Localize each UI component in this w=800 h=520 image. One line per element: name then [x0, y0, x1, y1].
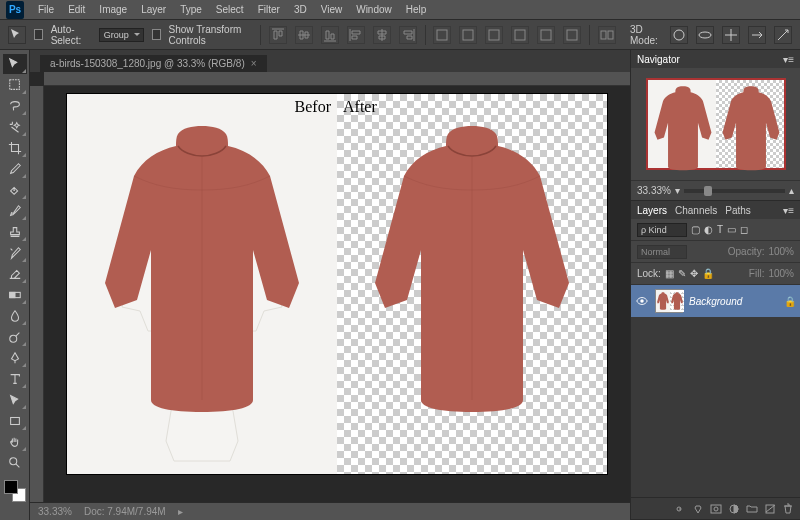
layer-thumbnail[interactable]: [655, 289, 683, 313]
fill-value[interactable]: 100%: [768, 268, 794, 279]
menu-select[interactable]: Select: [216, 4, 244, 15]
layer-mask-icon[interactable]: [710, 503, 722, 515]
filter-adjust-icon[interactable]: ◐: [704, 224, 713, 235]
path-select-tool[interactable]: [3, 390, 27, 410]
filter-shape-icon[interactable]: ▭: [727, 224, 736, 235]
lock-all-icon[interactable]: 🔒: [702, 268, 714, 279]
3d-orbit-icon[interactable]: [670, 26, 688, 44]
distribute-icon[interactable]: [433, 26, 451, 44]
navigator-panel-header[interactable]: Navigator ▾≡: [631, 50, 800, 68]
link-layers-icon[interactable]: [674, 503, 686, 515]
align-left-icon[interactable]: [347, 26, 365, 44]
blend-mode-dropdown[interactable]: Normal: [637, 245, 687, 259]
heal-tool[interactable]: [3, 180, 27, 200]
adjustment-layer-icon[interactable]: [728, 503, 740, 515]
align-hcenter-icon[interactable]: [373, 26, 391, 44]
menu-help[interactable]: Help: [406, 4, 427, 15]
eyedropper-tool[interactable]: [3, 159, 27, 179]
menu-edit[interactable]: Edit: [68, 4, 85, 15]
layer-style-icon[interactable]: [692, 503, 704, 515]
auto-select-dropdown[interactable]: Group: [99, 28, 144, 42]
filter-type-icon[interactable]: T: [717, 224, 723, 235]
type-tool[interactable]: [3, 369, 27, 389]
opacity-value[interactable]: 100%: [768, 246, 794, 257]
align-right-icon[interactable]: [399, 26, 417, 44]
layer-group-icon[interactable]: [746, 503, 758, 515]
zoom-slider[interactable]: [684, 189, 785, 193]
dodge-tool[interactable]: [3, 327, 27, 347]
filter-pixel-icon[interactable]: ▢: [691, 224, 700, 235]
move-tool[interactable]: [3, 54, 27, 74]
brush-tool[interactable]: [3, 201, 27, 221]
menu-window[interactable]: Window: [356, 4, 392, 15]
svg-rect-10: [9, 80, 19, 90]
marquee-tool[interactable]: [3, 75, 27, 95]
distribute-icon[interactable]: [485, 26, 503, 44]
layer-filter-dropdown[interactable]: ρ Kind: [637, 223, 687, 237]
lock-pixels-icon[interactable]: ✎: [678, 268, 686, 279]
move-tool-indicator[interactable]: [8, 26, 26, 44]
eraser-tool[interactable]: [3, 264, 27, 284]
3d-pan-icon[interactable]: [722, 26, 740, 44]
document-tab[interactable]: a-birds-150308_1280.jpg @ 33.3% (RGB/8)×: [40, 55, 267, 72]
navigator-zoom-value[interactable]: 33.33%: [637, 185, 671, 196]
layer-lock-icon[interactable]: 🔒: [784, 296, 796, 307]
3d-slide-icon[interactable]: [748, 26, 766, 44]
crop-tool[interactable]: [3, 138, 27, 158]
canvas[interactable]: Befor After: [44, 86, 630, 502]
align-top-icon[interactable]: [269, 26, 287, 44]
menu-view[interactable]: View: [321, 4, 343, 15]
rectangle-tool[interactable]: [3, 411, 27, 431]
panel-menu-icon[interactable]: ▾≡: [783, 205, 794, 216]
filter-smart-icon[interactable]: ◻: [740, 224, 748, 235]
menu-file[interactable]: File: [38, 4, 54, 15]
menu-image[interactable]: Image: [99, 4, 127, 15]
stamp-tool[interactable]: [3, 222, 27, 242]
auto-select-checkbox[interactable]: [34, 29, 43, 40]
menu-type[interactable]: Type: [180, 4, 202, 15]
menu-layer[interactable]: Layer: [141, 4, 166, 15]
blur-tool[interactable]: [3, 306, 27, 326]
lasso-tool[interactable]: [3, 96, 27, 116]
lock-transparent-icon[interactable]: ▦: [665, 268, 674, 279]
zoom-tool[interactable]: [3, 453, 27, 473]
layer-name[interactable]: Background: [689, 296, 742, 307]
panel-menu-icon[interactable]: ▾≡: [783, 54, 794, 65]
3d-scale-icon[interactable]: [774, 26, 792, 44]
status-zoom[interactable]: 33.33%: [38, 506, 72, 517]
svg-point-18: [714, 507, 718, 511]
channels-tab[interactable]: Channels: [675, 205, 717, 216]
menu-filter[interactable]: Filter: [258, 4, 280, 15]
history-brush-tool[interactable]: [3, 243, 27, 263]
layers-tab[interactable]: Layers: [637, 205, 667, 216]
pen-tool[interactable]: [3, 348, 27, 368]
color-swatches[interactable]: [4, 480, 26, 502]
show-transform-checkbox[interactable]: [152, 29, 161, 40]
auto-align-icon[interactable]: [598, 26, 616, 44]
distribute-icon[interactable]: [459, 26, 477, 44]
gradient-tool[interactable]: [3, 285, 27, 305]
menu-3d[interactable]: 3D: [294, 4, 307, 15]
delete-layer-icon[interactable]: [782, 503, 794, 515]
distribute-icon[interactable]: [537, 26, 555, 44]
lock-position-icon[interactable]: ✥: [690, 268, 698, 279]
status-docinfo[interactable]: Doc: 7.94M/7.94M: [84, 506, 166, 517]
ruler-horizontal[interactable]: [44, 72, 630, 86]
align-vcenter-icon[interactable]: [295, 26, 313, 44]
layer-visibility-icon[interactable]: [635, 294, 649, 308]
hand-tool[interactable]: [3, 432, 27, 452]
zoom-in-icon[interactable]: ▴: [789, 185, 794, 196]
chevron-right-icon[interactable]: ▸: [178, 506, 183, 517]
distribute-icon[interactable]: [563, 26, 581, 44]
align-bottom-icon[interactable]: [321, 26, 339, 44]
layer-row[interactable]: Background 🔒: [631, 285, 800, 317]
ruler-vertical[interactable]: [30, 86, 44, 502]
close-tab-icon[interactable]: ×: [251, 58, 257, 69]
zoom-out-icon[interactable]: ▾: [675, 185, 680, 196]
new-layer-icon[interactable]: [764, 503, 776, 515]
wand-tool[interactable]: [3, 117, 27, 137]
3d-roll-icon[interactable]: [696, 26, 714, 44]
navigator-thumbnail[interactable]: [631, 68, 800, 180]
distribute-icon[interactable]: [511, 26, 529, 44]
paths-tab[interactable]: Paths: [725, 205, 751, 216]
